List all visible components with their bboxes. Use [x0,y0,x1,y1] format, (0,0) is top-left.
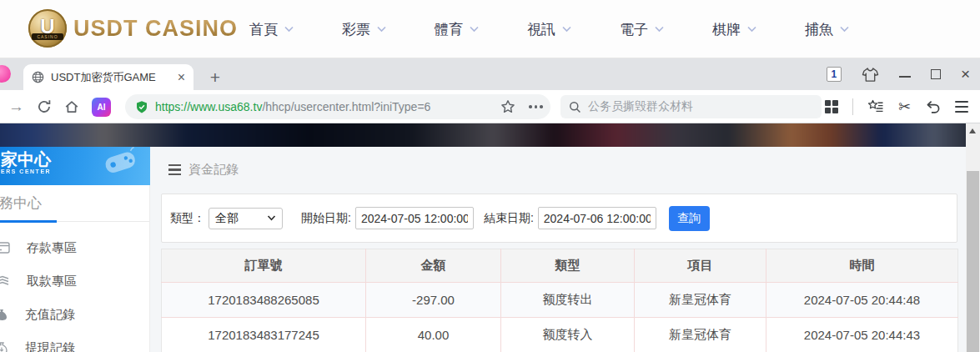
url-field[interactable]: https://www.usa68.tv/hhcp/usercenter.htm… [125,94,550,119]
nav-item-slots[interactable]: 電子 [620,20,665,39]
type-select-value: 全部 [215,211,239,226]
chevron-down-icon [376,26,387,33]
sidebar-item-deposit-zone[interactable]: 存款專區 [0,231,149,264]
start-date-input[interactable] [355,207,474,229]
table-header-time: 時間 [766,249,958,283]
home-icon[interactable] [64,99,79,114]
security-shield-icon[interactable] [135,100,148,114]
nav-item-chess[interactable]: 棋牌 [712,20,757,39]
browser-menu-icon[interactable] [955,101,968,113]
nav-item-fishing[interactable]: 捕魚 [805,20,850,39]
new-tab-button[interactable]: + [204,64,227,90]
minimize-button[interactable] [899,66,911,78]
window-controls: 1 × [827,58,970,90]
type-select[interactable]: 全部 [209,208,283,229]
sidebar: 家中心 ERS CENTER 務中心 [0,147,150,352]
table-header-order-no: 訂單號 [162,249,366,283]
theme-shirt-icon[interactable] [862,67,879,83]
money-bag-icon [0,309,8,321]
active-tab-indicator [0,220,57,223]
end-date-input[interactable] [538,207,656,229]
screenshot-root: U CASINO USDT CASINO 首頁 彩票 體育 視訊 [0,0,980,352]
forward-icon[interactable]: → [8,98,24,116]
nav-item-label: 首頁 [249,20,278,39]
url-text: https://www.usa68.tv/hhcp/usercenter.htm… [155,100,430,113]
funds-table: 訂單號 金額 類型 項目 時間 1720183488265085 -297.00… [161,249,958,352]
nav-item-sports[interactable]: 體育 [435,20,480,39]
table-header-type: 類型 [501,249,635,283]
casino-logo[interactable]: U CASINO USDT CASINO [28,9,238,48]
page-scrollbar[interactable] [966,123,980,352]
table-row: 1720183483177245 40.00 额度转入 新皇冠体育 2024-0… [162,318,958,352]
nav-item-home[interactable]: 首頁 [249,20,294,39]
browser-tab-bar: USDT加密货币GAME × + 1 × [0,58,980,90]
table-header-item: 項目 [635,249,766,283]
chevron-down-icon [284,26,294,33]
undo-arrow-icon[interactable] [925,100,941,114]
profile-dot-icon[interactable] [0,65,11,83]
player-center-banner: 家中心 ERS CENTER [0,147,150,185]
more-options-icon[interactable] [529,90,543,123]
cell-order-no: 1720183488265085 [162,283,366,318]
filter-bar: 類型： 全部 開始日期: 結束日期: 查詢 [161,194,957,243]
url-secure-part: https://www.usa68.tv [155,100,262,113]
sidebar-tab-finance-center[interactable]: 務中心 [0,185,149,222]
ai-assistant-icon[interactable]: AI [92,98,111,117]
browser-tab[interactable]: USDT加密货币GAME × [23,64,193,90]
sidebar-menu: 存款專區 取款專區 充值記錄 [0,222,149,352]
nav-item-live-video[interactable]: 視訊 [527,20,572,39]
apps-grid-icon[interactable] [825,100,838,113]
bookmark-star-icon[interactable] [500,90,515,123]
casino-logo-icon: U CASINO [28,9,67,48]
window-close-button[interactable]: × [961,68,970,80]
chevron-down-icon [469,26,480,33]
start-date-label: 開始日期: [301,211,351,226]
page-banner-image [0,123,966,147]
chevron-down-icon [267,215,276,221]
nav-item-label: 視訊 [527,20,555,39]
search-icon [569,101,581,113]
cell-time: 2024-07-05 20:44:43 [766,318,958,352]
cell-type: 额度转入 [501,318,635,352]
cell-amount: -297.00 [366,283,501,318]
type-label: 類型： [170,211,205,226]
scrollbar-thumb[interactable] [967,171,979,352]
sidebar-item-label: 提現記錄 [25,340,75,352]
browser-search-box[interactable]: 公务员撕毁群众材料 [560,95,822,118]
site-header: U CASINO USDT CASINO 首頁 彩票 體育 視訊 [0,0,980,58]
chevron-down-icon [654,26,665,33]
nav-item-label: 電子 [620,20,648,39]
cell-item: 新皇冠体育 [635,318,766,352]
cell-order-no: 1720183483177245 [162,318,366,352]
maximize-button[interactable] [931,69,941,79]
sidebar-item-withdraw-zone[interactable]: 取款專區 [0,264,149,298]
sidebar-item-label: 存款專區 [27,240,77,256]
tab-count-badge[interactable]: 1 [827,67,842,82]
page-title: 資金記錄 [188,162,239,178]
nav-item-label: 體育 [435,20,463,39]
query-button[interactable]: 查詢 [669,206,710,231]
bank-card-icon [0,242,10,254]
sidebar-item-recharge-records[interactable]: 充值記錄 [0,298,149,331]
tab-close-icon[interactable]: × [176,70,187,85]
page-content: 家中心 ERS CENTER 務中心 [0,147,966,352]
nav-item-lottery[interactable]: 彩票 [342,20,387,39]
cell-amount: 40.00 [366,318,501,352]
favorites-list-icon[interactable] [867,99,884,114]
chevron-down-icon [561,26,572,33]
top-nav: 首頁 彩票 體育 視訊 電子 棋牌 [249,0,850,58]
sidebar-item-withdraw-records[interactable]: 提現記錄 [0,331,149,352]
withdraw-bag-icon [0,342,8,352]
reload-icon[interactable] [37,99,52,114]
chevron-down-icon [746,26,757,33]
screenshot-scissors-icon[interactable]: ✂ [898,98,911,116]
cell-type: 额度转出 [501,283,635,318]
scroll-up-arrow-icon[interactable] [969,128,976,133]
search-placeholder: 公务员撕毁群众材料 [588,99,693,114]
url-path-part: /hhcp/usercenter.html?iniType=6 [262,100,430,113]
logo-text: USDT CASINO [73,16,238,42]
table-header-row: 訂單號 金額 類型 項目 時間 [162,249,958,283]
funds-record-panel: 資金記錄 類型： 全部 開始日期: 結束日期: 查詢 [150,147,966,352]
nav-button-group: → AI [8,90,111,123]
nav-item-label: 彩票 [342,20,370,39]
